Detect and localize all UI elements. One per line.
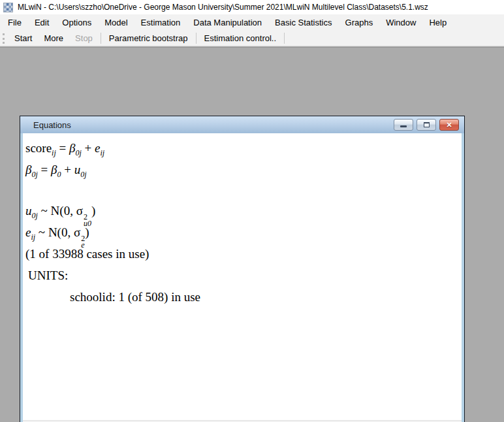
equation-segment: 0j: [75, 148, 81, 157]
equation-segment: ): [85, 225, 89, 239]
equation-segment: ~ N(0,: [35, 225, 74, 239]
stop-button: Stop: [69, 31, 99, 46]
screen: MLwiN - C:\Users\szzho\OneDrive - George…: [0, 0, 504, 422]
parametric-bootstrap-button[interactable]: Parametric bootstrap: [103, 31, 194, 46]
menu-bar: File Edit Options Model Estimation Data …: [0, 14, 504, 31]
equation-segment: +: [61, 163, 74, 176]
cases-in-use-note: (1 of 33988 cases in use): [25, 243, 462, 265]
estimation-control-button[interactable]: Estimation control..: [198, 31, 283, 46]
equation-segment: ij: [100, 148, 104, 157]
equation-score-line: scoreij = β0j + eij: [25, 137, 462, 159]
start-button[interactable]: Start: [8, 31, 38, 46]
maximize-icon: [424, 122, 430, 127]
menu-options[interactable]: Options: [55, 14, 98, 31]
minimize-icon: [400, 125, 407, 127]
toolbar-separator: [196, 33, 197, 44]
menu-data-manipulation[interactable]: Data Manipulation: [187, 14, 268, 31]
maximize-button[interactable]: [417, 119, 436, 131]
equation-segment: u: [25, 204, 32, 218]
menu-help[interactable]: Help: [422, 14, 453, 31]
equation-segment: u: [74, 163, 81, 176]
equation-segment: σ: [76, 204, 83, 218]
menu-graphs[interactable]: Graphs: [339, 14, 380, 31]
menu-window[interactable]: Window: [379, 14, 422, 31]
mlwin-app-icon: [3, 3, 13, 12]
toolbar-separator: [284, 33, 285, 44]
toolbar-separator: [101, 33, 101, 44]
equation-u0j-distribution: u0j ~ N(0, σ2u0): [25, 200, 462, 221]
equation-beta0j-line: β0j = β0 + u0j: [25, 159, 462, 180]
equation-segment: 0j: [31, 170, 37, 179]
menu-estimation[interactable]: Estimation: [134, 14, 187, 31]
equation-segment: ~ N(0,: [38, 204, 76, 218]
equation-segment: 0j: [80, 170, 86, 179]
toolbar-grip[interactable]: [3, 33, 5, 44]
equation-segment: +: [82, 141, 95, 155]
equation-segment: β: [51, 163, 57, 176]
menu-edit[interactable]: Edit: [28, 14, 55, 31]
equation-segment: 0j: [32, 211, 38, 220]
minimize-button[interactable]: [394, 119, 413, 131]
equations-window-title: Equations: [33, 120, 394, 130]
menu-model[interactable]: Model: [98, 14, 134, 31]
equation-segment: score: [25, 141, 52, 155]
more-button[interactable]: More: [38, 31, 69, 46]
menu-basic-statistics[interactable]: Basic Statistics: [268, 14, 338, 31]
equation-segment: =: [38, 163, 51, 176]
app-title: MLwiN - C:\Users\szzho\OneDrive - George…: [18, 3, 428, 12]
equation-segment: ): [91, 204, 95, 218]
equations-titlebar[interactable]: Equations ✕: [20, 116, 464, 133]
close-button[interactable]: ✕: [439, 119, 459, 131]
equation-segment: =: [56, 141, 69, 155]
units-label: UNITS:: [28, 265, 462, 286]
equations-frame: scoreij = β0j + eij β0j = β0 + u0j u0j ~…: [20, 133, 464, 422]
equations-window: Equations ✕ scoreij = β0j + eij β0: [20, 116, 465, 422]
equation-segment: ij: [52, 148, 56, 157]
app-titlebar: MLwiN - C:\Users\szzho\OneDrive - George…: [0, 0, 504, 14]
main-toolbar: Start More Stop Parametric bootstrap Est…: [0, 31, 504, 46]
mdi-workspace: Equations ✕ scoreij = β0j + eij β0: [0, 47, 504, 422]
equation-spacer: [25, 180, 462, 200]
units-schoolid-detail: schoolid: 1 (of 508) in use: [70, 286, 462, 308]
menu-file[interactable]: File: [1, 14, 28, 31]
window-controls: ✕: [394, 119, 459, 131]
equations-content: scoreij = β0j + eij β0j = β0 + u0j u0j ~…: [23, 133, 462, 420]
equation-segment: σ: [74, 225, 80, 239]
close-icon: ✕: [446, 122, 452, 129]
